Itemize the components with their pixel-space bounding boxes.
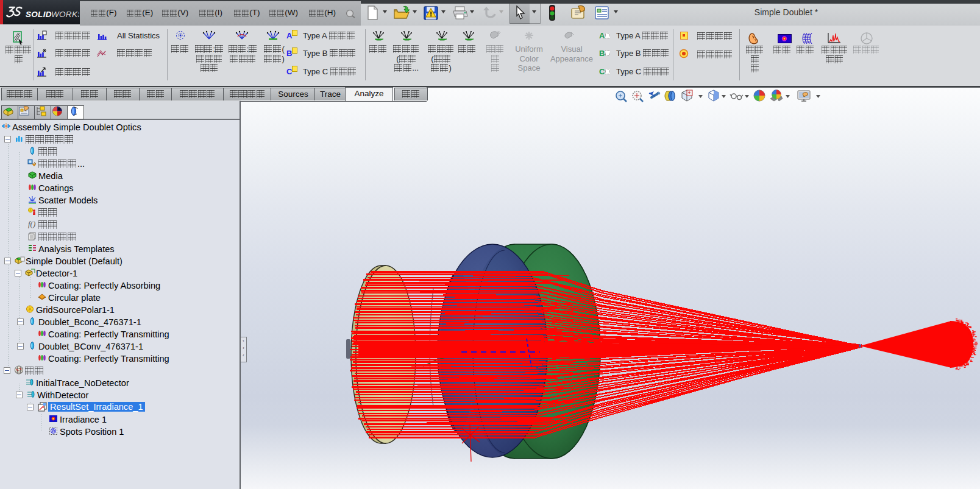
svg-text:f(): f() <box>28 219 35 228</box>
